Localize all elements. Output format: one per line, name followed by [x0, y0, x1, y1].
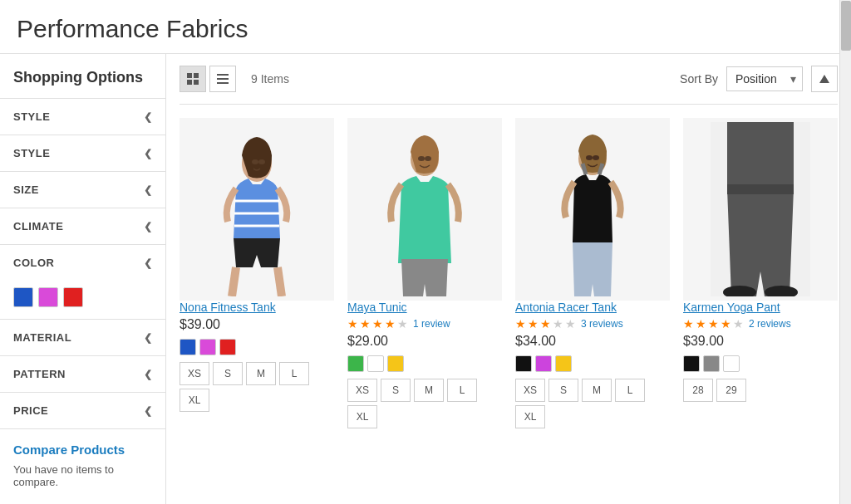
- product-price-4: $39.00: [683, 334, 724, 349]
- star-3: ★: [372, 317, 383, 330]
- product-card-2: Maya Tunic ★ ★ ★ ★ ★ 1 review $29.00: [347, 118, 502, 442]
- review-count-4[interactable]: 2 reviews: [749, 318, 791, 330]
- svg-rect-1: [194, 73, 199, 78]
- color-option-black[interactable]: [683, 355, 700, 372]
- chevron-down-icon: ❮: [144, 184, 153, 196]
- page-title: Performance Fabrics: [0, 0, 851, 54]
- size-l[interactable]: L: [279, 362, 309, 385]
- size-xl[interactable]: XL: [347, 405, 377, 428]
- filter-pattern-header[interactable]: PATTERN ❮: [0, 356, 165, 392]
- product-figure-racer-tank: [543, 122, 642, 296]
- size-s[interactable]: S: [381, 379, 411, 402]
- size-xl[interactable]: XL: [180, 389, 209, 412]
- product-name-2[interactable]: Maya Tunic: [347, 301, 407, 314]
- product-sizes-4: 28 29: [683, 379, 746, 402]
- filter-style1-header[interactable]: STYLE ❮: [0, 99, 165, 135]
- size-xl[interactable]: XL: [515, 405, 545, 428]
- color-option-magenta[interactable]: [199, 339, 216, 355]
- size-s[interactable]: S: [213, 362, 243, 385]
- color-option-gray[interactable]: [703, 355, 720, 372]
- chevron-down-icon: ❮: [144, 148, 153, 159]
- product-image-3[interactable]: [515, 118, 670, 301]
- star-3: ★: [540, 317, 551, 330]
- star-1: ★: [515, 317, 526, 330]
- star-5: ★: [397, 317, 408, 330]
- product-colors-3: [515, 355, 572, 372]
- star-5: ★: [565, 317, 576, 330]
- color-option-yellow[interactable]: [387, 355, 404, 372]
- filter-price-label: PRICE: [13, 404, 48, 417]
- filter-price-header[interactable]: PRICE ❮: [0, 393, 165, 428]
- svg-point-16: [425, 156, 431, 161]
- filter-size-header[interactable]: SIZE ❮: [0, 172, 165, 208]
- size-s[interactable]: S: [548, 379, 578, 402]
- filter-climate-header[interactable]: CLIMATE ❮: [0, 208, 165, 244]
- review-count-3[interactable]: 3 reviews: [581, 318, 623, 330]
- compare-products-title[interactable]: Compare Products: [13, 443, 152, 457]
- product-sizes-3b: XL: [515, 405, 545, 428]
- size-xs[interactable]: XS: [347, 379, 377, 402]
- scrollbar-thumb[interactable]: [841, 1, 851, 51]
- product-image-2[interactable]: [347, 118, 502, 301]
- color-option-black[interactable]: [515, 355, 532, 372]
- color-swatch-red[interactable]: [63, 287, 83, 307]
- color-option-green[interactable]: [347, 355, 364, 372]
- svg-rect-0: [187, 73, 192, 78]
- color-option-purple[interactable]: [535, 355, 552, 372]
- product-name-3[interactable]: Antonia Racer Tank: [515, 301, 617, 314]
- star-4: ★: [385, 317, 396, 330]
- filter-material: MATERIAL ❮: [0, 320, 165, 356]
- sort-select[interactable]: Position Name Price: [726, 66, 803, 91]
- sort-up-icon: [819, 73, 830, 85]
- size-l[interactable]: L: [615, 379, 645, 402]
- shopping-options-title: Shopping Options: [0, 54, 165, 99]
- product-figure-striped-tank: [207, 122, 307, 296]
- product-rating-2: ★ ★ ★ ★ ★ 1 review: [347, 317, 450, 330]
- filter-material-header[interactable]: MATERIAL ❮: [0, 320, 165, 355]
- size-l[interactable]: L: [447, 379, 477, 402]
- color-option-yellow[interactable]: [555, 355, 572, 372]
- svg-point-18: [586, 155, 593, 160]
- review-count-2[interactable]: 1 review: [413, 318, 450, 330]
- star-1: ★: [347, 317, 358, 330]
- size-29[interactable]: 29: [716, 379, 746, 402]
- product-price-1: $39.00: [180, 317, 220, 332]
- product-card-1: Nona Fitness Tank $39.00 XS S M L: [180, 118, 334, 442]
- size-m[interactable]: M: [582, 379, 612, 402]
- size-28[interactable]: 28: [683, 379, 713, 402]
- view-toggle: [180, 66, 236, 92]
- color-option-red[interactable]: [219, 339, 236, 355]
- star-4: ★: [721, 317, 731, 330]
- products-area: 9 Items Sort By Position Name Price: [166, 54, 851, 504]
- product-sizes-2b: XL: [347, 405, 377, 428]
- filter-style2-label: STYLE: [13, 147, 50, 159]
- product-rating-3: ★ ★ ★ ★ ★ 3 reviews: [515, 317, 623, 330]
- color-option-white[interactable]: [723, 355, 740, 372]
- sort-wrapper: Position Name Price: [726, 66, 803, 91]
- color-option-blue[interactable]: [180, 339, 196, 355]
- view-list-button[interactable]: [209, 66, 236, 92]
- filter-style1: STYLE ❮: [0, 99, 165, 135]
- product-image-4[interactable]: [683, 118, 838, 301]
- product-colors-1: [180, 339, 236, 355]
- scrollbar-track: [839, 0, 851, 504]
- grid-icon: [187, 73, 199, 85]
- size-m[interactable]: M: [246, 362, 276, 385]
- list-icon: [217, 73, 229, 85]
- product-image-1[interactable]: [180, 118, 334, 301]
- product-name-4[interactable]: Karmen Yoga Pant: [683, 301, 780, 314]
- size-xs[interactable]: XS: [180, 362, 209, 385]
- color-swatch-magenta[interactable]: [38, 287, 58, 307]
- sort-ascending-button[interactable]: [811, 66, 838, 92]
- filter-color-header[interactable]: COLOR ❮: [0, 245, 165, 281]
- size-m[interactable]: M: [414, 379, 444, 402]
- color-swatch-blue[interactable]: [13, 287, 33, 307]
- product-name-1[interactable]: Nona Fitness Tank: [180, 301, 276, 314]
- filter-climate-label: CLIMATE: [13, 220, 63, 232]
- view-grid-button[interactable]: [180, 66, 206, 92]
- product-colors-4: [683, 355, 740, 372]
- color-swatches-sidebar: [0, 281, 165, 319]
- color-option-white[interactable]: [367, 355, 384, 372]
- filter-style2-header[interactable]: STYLE ❮: [0, 135, 165, 171]
- size-xs[interactable]: XS: [515, 379, 545, 402]
